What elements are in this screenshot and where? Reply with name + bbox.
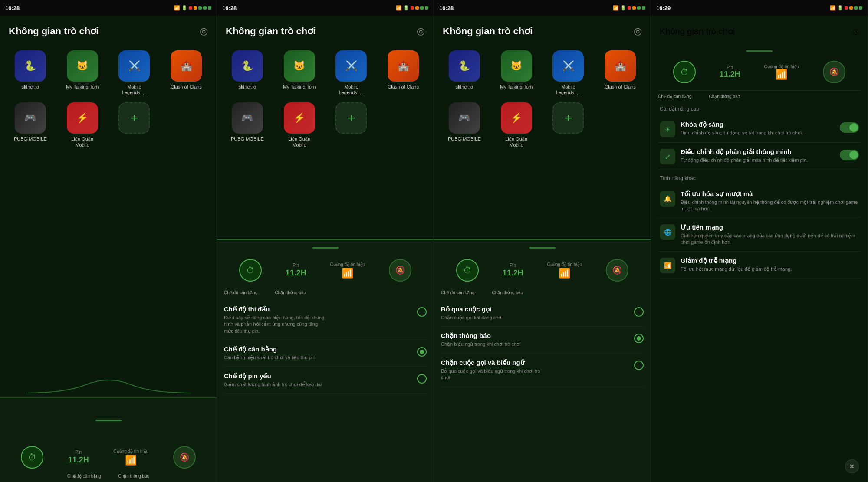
p2-setting-2-desc: Cân bằng hiệu suất trò chơi và tiêu thụ … [224, 354, 328, 361]
p2-radio-1[interactable] [417, 307, 427, 317]
p3-setting-3-title: Chặn cuộc gọi và biểu ngữ [441, 359, 634, 367]
target-icon-2[interactable]: ◎ [417, 26, 425, 37]
game-name-mobile-legends: Mobile Legends: ... [117, 84, 151, 95]
p2-game-slither[interactable]: 🐍 slither.io [224, 50, 271, 95]
target-icon-3[interactable]: ◎ [634, 26, 642, 37]
panel-header-3: Không gian trò chơi ◎ [434, 16, 651, 47]
game-grid-3-row1: 🐍 slither.io 🐱 My Talking Tom ⚔️ Mobile … [434, 47, 651, 99]
p3-game-slither[interactable]: 🐍 slither.io [441, 50, 488, 95]
p4-signal-label: Cường độ tín hiệu [764, 64, 799, 69]
p3-setting-1: Bỏ qua cuộc gọi Chặn cuộc gọi khi đang c… [441, 300, 644, 327]
p3-game-mobile[interactable]: ⚔️ Mobile Legends: ... [545, 50, 592, 95]
p2-block-button[interactable]: 🔕 [389, 259, 411, 282]
time-3: 16:28 [439, 5, 454, 11]
block-button-1[interactable]: 🔕 [173, 446, 196, 469]
handle-2 [312, 247, 339, 249]
battery-stat-1: Pin 11.2H [68, 450, 89, 465]
game-name-clash: Clash of Clans [171, 84, 202, 90]
brightness-toggle[interactable] [840, 122, 859, 133]
p2-mode-button[interactable]: ⏱ [239, 259, 262, 282]
panel-3: 16:28 📶 🔋 Không gian trò chơi ◎ 🐍 slithe… [434, 0, 651, 482]
adv-setting-resolution: ⤢ Điều chỉnh độ phân giải thông minh Tự … [658, 143, 861, 170]
p3-setting-2-desc: Chặn biểu ngữ trong khi chơi trò chơi [441, 341, 545, 348]
panel-4: 16:29 📶 🔋 Không gian trò chơi ◎ ⏱ Pin [651, 0, 868, 482]
game-item-lienquan[interactable]: ⚡ Liên Quân Mobile [59, 102, 106, 148]
p3-signal-stat: Cường độ tín hiệu 📶 [547, 262, 582, 279]
brightness-desc: Điều chỉnh độ sáng tự động sẽ tắt trong … [681, 130, 835, 136]
p3-add-button[interactable]: + [552, 102, 584, 134]
latency-icon: 📶 [660, 258, 675, 273]
handle-bar-1 [95, 420, 122, 421]
game-icon-tom: 🐱 [67, 50, 98, 82]
game-icon-pubg: 🎮 [15, 102, 46, 134]
p2-game-clash[interactable]: 🏰 Clash of Clans [380, 50, 427, 95]
p2-game-mobile[interactable]: ⚔️ Mobile Legends: ... [328, 50, 375, 95]
advanced-settings-panel: 16:29 📶 🔋 Không gian trò chơi ◎ ⏱ Pin [651, 0, 868, 482]
target-icon-1[interactable]: ◎ [200, 26, 208, 37]
p3-mode-button[interactable]: ⏱ [456, 259, 479, 282]
time-2: 16:28 [222, 5, 237, 11]
panel-header-4: Không gian trò chơi ◎ [658, 16, 861, 47]
resolution-toggle[interactable] [840, 150, 859, 160]
p3-game-pubg[interactable]: 🎮 PUBG MOBILE [441, 102, 488, 148]
panel-1: 16:28 📶 🔋 Không gian trò chơi ◎ 🐍 slithe… [0, 0, 217, 482]
bottom-bar-1: ⏱ Pin 11.2H Cường độ tín hiệu 📶 🔕 Chế độ… [0, 397, 217, 482]
p2-setting-1-text: Chế độ thi đấu Điều này sẽ nâng cao hiệu… [224, 305, 417, 334]
battery-label-1: Pin [76, 450, 82, 455]
game-item-clash[interactable]: 🏰 Clash of Clans [163, 50, 210, 95]
game-item-pubg[interactable]: 🎮 PUBG MOBILE [7, 102, 54, 148]
p2-setting-3-desc: Giảm chất lượng hình ảnh trò chơi để kéo… [224, 381, 328, 388]
p3-radio-2[interactable] [634, 334, 644, 343]
p2-game-lienquan[interactable]: ⚡ Liên Quân Mobile [276, 102, 323, 148]
game-item-slither[interactable]: 🐍 slither.io [7, 50, 54, 95]
p3-radio-1[interactable] [634, 307, 644, 317]
target-icon-4[interactable]: ◎ [853, 27, 859, 36]
add-game-button[interactable]: + [118, 102, 150, 134]
p3-setting-3: Chặn cuộc gọi và biểu ngữ Bỏ qua cuộc gọ… [441, 354, 644, 387]
battery-icons-1: 📶 🔋 [174, 5, 211, 11]
p2-add-button[interactable]: + [335, 102, 367, 134]
battery-icons-4: 📶 🔋 [830, 5, 862, 11]
latency-desc: Tối ưu hết mức mạng dữ liệu để giảm độ t… [681, 266, 859, 272]
mode-button-1[interactable]: ⏱ [21, 446, 43, 469]
close-button[interactable]: ✕ [845, 459, 859, 473]
p3-battery-stat: Pin 11.2H [503, 263, 523, 278]
p4-mode-button[interactable]: ⏱ [673, 61, 696, 83]
game-grid-3-row2: 🎮 PUBG MOBILE ⚡ Liên Quân Mobile + [434, 99, 651, 151]
time-4: 16:29 [656, 5, 671, 11]
mode-label-1: Chế độ cân bằng [67, 474, 101, 479]
bottom-labels-1: Chế độ cân bằng Chặn thông báo [67, 474, 149, 479]
p2-radio-3[interactable] [417, 374, 427, 384]
p2-setting-2-title: Chế độ cân bằng [224, 345, 417, 353]
p4-block-button[interactable]: 🔕 [823, 61, 845, 83]
p3-block-button[interactable]: 🔕 [606, 259, 628, 282]
p2-bottom-labels: Chế độ cân bằng Chặn thông báo [224, 290, 427, 295]
p2-game-tom[interactable]: 🐱 My Talking Tom [276, 50, 323, 95]
status-bar-2: 16:28 📶 🔋 [217, 0, 434, 16]
p3-game-add[interactable]: + [545, 102, 592, 148]
p3-game-tom[interactable]: 🐱 My Talking Tom [493, 50, 540, 95]
p3-setting-2-title: Chặn thông báo [441, 332, 634, 340]
game-item-add[interactable]: + [111, 102, 158, 148]
battery-icons-3: 📶 🔋 [613, 5, 645, 11]
smooth-icon: 🔔 [660, 191, 675, 207]
p3-game-lienquan[interactable]: ⚡ Liên Quân Mobile [493, 102, 540, 148]
game-grid-2-row2: 🎮 PUBG MOBILE ⚡ Liên Quân Mobile + [217, 99, 434, 151]
signal-stat-1: Cường độ tín hiệu 📶 [113, 449, 148, 466]
p2-setting-1-desc: Điều này sẽ nâng cao hiệu năng, tốc độ k… [224, 315, 328, 334]
p3-radio-3[interactable] [634, 361, 644, 370]
game-item-tom[interactable]: 🐱 My Talking Tom [59, 50, 106, 95]
block-label-1: Chặn thông báo [118, 474, 149, 479]
advanced-section-label: Cài đặt nâng cao [658, 106, 861, 112]
p3-game-clash[interactable]: 🏰 Clash of Clans [597, 50, 644, 95]
p3-wifi-icon: 📶 [559, 268, 570, 279]
game-item-mobile-legends[interactable]: ⚔️ Mobile Legends: ... [111, 50, 158, 95]
p3-setting-2: Chặn thông báo Chặn biểu ngữ trong khi c… [441, 327, 644, 353]
p2-game-pubg[interactable]: 🎮 PUBG MOBILE [224, 102, 271, 148]
resolution-icon: ⤢ [660, 149, 675, 164]
time-1: 16:28 [5, 5, 20, 11]
p2-radio-2[interactable] [417, 347, 427, 357]
p2-game-add[interactable]: + [328, 102, 375, 148]
game-icon-lienquan: ⚡ [67, 102, 98, 134]
p2-battery-stat: Pin 11.2H [286, 263, 306, 278]
